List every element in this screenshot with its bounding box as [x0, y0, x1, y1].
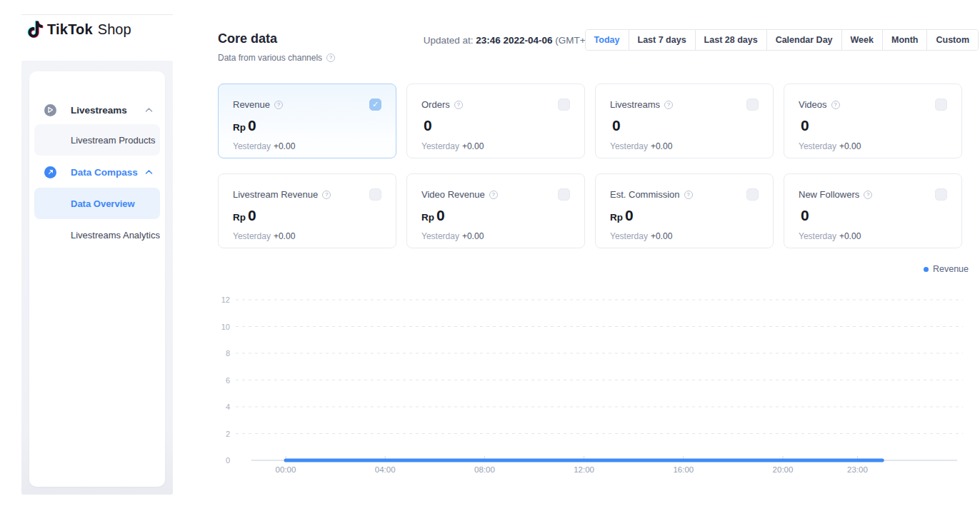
metric-card-livestreams[interactable]: Livestreams ? 0 Yesterday+0.00	[595, 84, 774, 158]
help-icon[interactable]: ?	[489, 191, 498, 199]
metric-label: Revenue	[233, 99, 270, 110]
metric-card-revenue[interactable]: Revenue ? Rp0 Yesterday+0.00	[218, 84, 396, 158]
svg-text:04:00: 04:00	[375, 465, 396, 474]
revenue-line-chart: 02468101200:0004:0008:0012:0016:0020:002…	[214, 257, 980, 478]
metric-delta: Yesterday+0.00	[799, 141, 861, 151]
svg-text:12:00: 12:00	[574, 465, 594, 474]
sidebar-item-label: Livestream Products	[71, 135, 156, 146]
metric-card-video-revenue[interactable]: Video Revenue ? Rp0 Yesterday+0.00	[406, 173, 585, 248]
metric-value: 0	[799, 117, 809, 134]
sidebar-top-divider	[21, 14, 173, 15]
help-icon[interactable]: ?	[322, 191, 331, 199]
metric-value: 0	[610, 117, 621, 134]
metric-checkbox[interactable]	[369, 98, 381, 111]
chevron-up-icon	[145, 108, 153, 113]
metric-delta: Yesterday+0.00	[799, 231, 861, 241]
sidebar-item-livestreams-analytics[interactable]: Livestreams Analytics	[34, 219, 160, 251]
svg-text:00:00: 00:00	[276, 465, 296, 474]
metric-delta: Yesterday+0.00	[233, 231, 295, 241]
metric-checkbox[interactable]	[369, 188, 381, 201]
help-icon[interactable]: ?	[326, 54, 335, 62]
metric-value: Rp0	[610, 207, 634, 224]
metric-label: Videos	[799, 99, 827, 110]
metric-checkbox[interactable]	[746, 98, 759, 111]
page-subtitle-text: Data from various channels	[218, 53, 322, 63]
sidebar-item-data-compass[interactable]: Data Compass	[29, 162, 165, 182]
svg-text:16:00: 16:00	[673, 465, 694, 474]
help-icon[interactable]: ?	[454, 101, 463, 109]
updated-at-time: 23:46 2022-04-06	[476, 35, 552, 46]
range-button-calendar-day[interactable]: Calendar Day	[766, 30, 841, 50]
range-button-custom[interactable]: Custom	[926, 30, 978, 50]
logo-suffix-text: Shop	[98, 21, 131, 38]
metric-checkbox[interactable]	[935, 98, 947, 111]
metric-value: 0	[421, 117, 432, 134]
metric-label: Livestreams	[610, 99, 660, 110]
chevron-up-icon	[145, 170, 153, 175]
tiktok-shop-logo[interactable]: TikTok Shop	[27, 20, 131, 39]
svg-text:6: 6	[226, 376, 230, 385]
metric-card-new-followers[interactable]: New Followers ? 0 Yesterday+0.00	[784, 173, 962, 248]
range-button-week[interactable]: Week	[841, 30, 882, 50]
data-compass-icon	[44, 166, 56, 178]
help-icon[interactable]: ?	[864, 191, 872, 199]
metric-checkbox[interactable]	[558, 98, 570, 111]
svg-text:08:00: 08:00	[474, 465, 495, 474]
metric-label: New Followers	[799, 189, 859, 200]
metric-card-est-commission[interactable]: Est. Commission ? Rp0 Yesterday+0.00	[595, 173, 774, 248]
metric-label: Est. Commission	[610, 189, 680, 200]
metric-card-orders[interactable]: Orders ? 0 Yesterday+0.00	[406, 84, 585, 158]
metric-value: Rp0	[233, 207, 256, 224]
svg-text:4: 4	[226, 403, 230, 411]
svg-text:12: 12	[221, 295, 230, 304]
logo-brand-text: TikTok	[47, 21, 93, 38]
tiktok-note-icon	[27, 20, 44, 39]
metric-delta: Yesterday+0.00	[610, 141, 672, 151]
range-button-month[interactable]: Month	[882, 30, 926, 50]
help-icon[interactable]: ?	[274, 101, 283, 109]
metric-value: Rp0	[233, 117, 256, 134]
sidebar-item-livestreams[interactable]: Livestreams	[29, 100, 165, 120]
updated-at-prefix: Updated at:	[424, 35, 474, 46]
sidebar-item-label: Livestreams	[71, 105, 127, 116]
tiktok-shop-data-overview-page: TikTok Shop Livestreams Livestream Produ…	[0, 0, 980, 511]
help-icon[interactable]: ?	[831, 101, 840, 109]
sidebar-item-label: Data Compass	[71, 167, 138, 178]
svg-text:0: 0	[226, 456, 230, 465]
sidebar-item-data-overview[interactable]: Data Overview	[34, 188, 160, 219]
page-subtitle: Data from various channels ?	[218, 53, 335, 63]
metric-value: Rp0	[421, 207, 445, 224]
svg-text:20:00: 20:00	[773, 465, 794, 474]
metric-label: Livestream Revenue	[233, 189, 318, 200]
metric-delta: Yesterday+0.00	[421, 141, 484, 151]
svg-text:10: 10	[221, 323, 230, 331]
sidebar-item-livestream-products[interactable]: Livestream Products	[34, 124, 160, 156]
metric-checkbox[interactable]	[935, 188, 947, 201]
svg-text:2: 2	[226, 430, 230, 438]
metric-label: Orders	[421, 99, 450, 110]
metric-label: Video Revenue	[421, 189, 485, 200]
sidebar-item-label: Livestreams Analytics	[71, 230, 160, 241]
metric-delta: Yesterday+0.00	[421, 231, 484, 241]
range-button-today[interactable]: Today	[586, 30, 629, 50]
range-button-last-28-days[interactable]: Last 28 days	[695, 30, 766, 50]
metric-checkbox[interactable]	[558, 188, 570, 201]
svg-text:8: 8	[226, 349, 230, 358]
range-button-last-7-days[interactable]: Last 7 days	[629, 30, 695, 50]
metric-card-livestream-revenue[interactable]: Livestream Revenue ? Rp0 Yesterday+0.00	[218, 173, 396, 248]
metric-card-videos[interactable]: Videos ? 0 Yesterday+0.00	[784, 84, 962, 158]
metric-delta: Yesterday+0.00	[610, 231, 672, 241]
metric-checkbox[interactable]	[746, 188, 759, 201]
sidebar-nav-card: Livestreams Livestream Products Data Com…	[29, 71, 165, 487]
sidebar: Livestreams Livestream Products Data Com…	[21, 61, 173, 495]
metric-cards-grid: Revenue ? Rp0 Yesterday+0.00 Orders ? 0 …	[218, 84, 962, 248]
help-icon[interactable]: ?	[684, 191, 693, 199]
help-icon[interactable]: ?	[664, 101, 673, 109]
date-range-selector: Today Last 7 days Last 28 days Calendar …	[585, 29, 979, 51]
svg-text:23:00: 23:00	[847, 465, 868, 474]
page-title: Core data	[218, 31, 277, 46]
livestream-play-icon	[44, 104, 56, 116]
metric-value: 0	[799, 207, 809, 224]
sidebar-item-label: Data Overview	[71, 198, 135, 209]
updated-at: Updated at: 23:46 2022-04-06 (GMT+07:00)	[386, 35, 613, 46]
